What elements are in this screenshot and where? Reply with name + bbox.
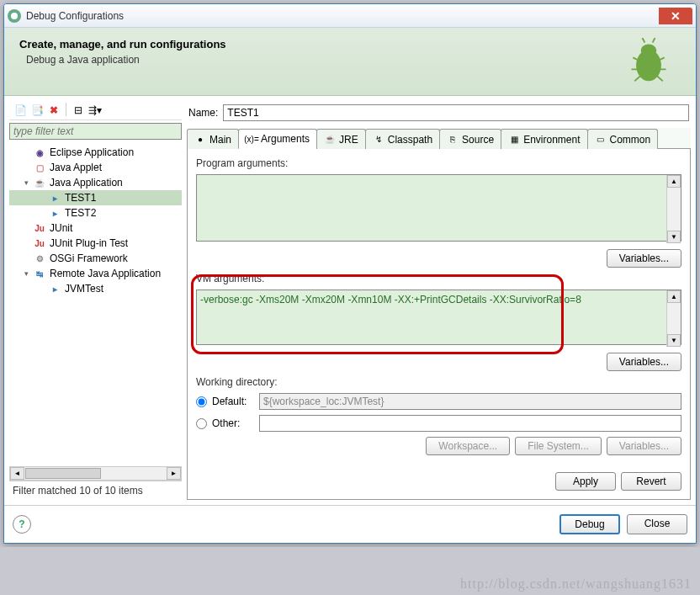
program-args-variables-button[interactable]: Variables...: [607, 249, 681, 268]
help-icon[interactable]: ?: [13, 515, 31, 534]
titlebar[interactable]: Debug Configurations ✕: [4, 4, 696, 28]
tab-arguments[interactable]: (x)=Arguments: [238, 129, 317, 149]
tab-main[interactable]: ●Main: [187, 129, 239, 149]
titlebar-text: Debug Configurations: [26, 10, 659, 22]
tree-item-junit[interactable]: JuJUnit: [9, 220, 182, 236]
header-subtitle: Debug a Java application: [26, 54, 625, 66]
workdir-default-radio[interactable]: [196, 396, 207, 407]
vm-args-textarea[interactable]: -verbose:gc -Xms20M -Xmx20M -Xmn10M -XX:…: [196, 290, 681, 345]
tab-icon-environment: ▦: [508, 134, 520, 146]
duplicate-icon[interactable]: 📑: [29, 103, 45, 118]
workdir-other-label: Other:: [212, 417, 254, 429]
tab-common[interactable]: ▭Common: [587, 129, 659, 149]
tree-item-java-applet[interactable]: ▢Java Applet: [9, 160, 182, 175]
program-args-textarea[interactable]: [196, 174, 681, 242]
name-label: Name:: [188, 107, 218, 119]
tab-source[interactable]: ⎘Source: [439, 129, 501, 149]
tree-item-junit-plug-in-test[interactable]: JuJUnit Plug-in Test: [9, 236, 182, 251]
tab-classpath[interactable]: ↯Classpath: [365, 129, 440, 149]
left-toolbar: 📄 📑 ✖ ⊟ ⇶▾: [9, 101, 182, 120]
tab-icon-main: ●: [194, 134, 206, 146]
bug-icon: [625, 38, 672, 85]
tab-icon-common: ▭: [595, 134, 607, 146]
tree-item-remote-java-application[interactable]: ▾↹Remote Java Application: [9, 266, 182, 281]
file-system-button[interactable]: File System...: [515, 437, 602, 455]
workdir-default-input: [259, 393, 681, 410]
scroll-thumb[interactable]: [25, 468, 101, 479]
name-input[interactable]: [223, 104, 689, 121]
variables-button[interactable]: Variables...: [607, 437, 681, 455]
tree-item-java-application[interactable]: ▾☕Java Application: [9, 175, 182, 190]
footer: ? Debug Close: [4, 505, 696, 543]
header-title: Create, manage, and run configurations: [19, 38, 625, 50]
new-config-icon[interactable]: 📄: [13, 103, 28, 118]
svg-point-1: [641, 44, 657, 56]
svg-line-8: [643, 38, 645, 43]
separator: [66, 103, 66, 116]
svg-line-9: [653, 38, 655, 43]
arguments-tab-content: Program arguments: ▲▼ Variables... VM ar…: [187, 149, 691, 500]
vm-args-label: VM arguments:: [196, 273, 681, 284]
collapse-icon[interactable]: ⊟: [71, 103, 86, 118]
svg-line-7: [656, 76, 662, 82]
vm-args-variables-button[interactable]: Variables...: [607, 353, 681, 371]
revert-button[interactable]: Revert: [621, 472, 681, 491]
app-icon: [8, 9, 21, 23]
horizontal-scrollbar[interactable]: ◄ ►: [9, 466, 182, 481]
tree-item-jvmtest[interactable]: ▸JVMTest: [9, 281, 182, 296]
workspace-button[interactable]: Workspace...: [426, 437, 510, 455]
vm-args-scrollbar[interactable]: ▲▼: [666, 290, 681, 347]
tab-jre[interactable]: ☕JRE: [316, 129, 366, 149]
tree-item-eclipse-application[interactable]: ◉Eclipse Application: [9, 145, 182, 160]
program-args-scrollbar[interactable]: ▲▼: [666, 175, 681, 243]
workdir-default-label: Default:: [212, 396, 254, 407]
tree-item-osgi-framework[interactable]: ⚙OSGi Framework: [9, 251, 182, 266]
filter-input[interactable]: [9, 123, 182, 140]
tab-icon-classpath: ↯: [373, 134, 384, 146]
tree-item-test2[interactable]: ▸TEST2: [9, 205, 182, 220]
tab-environment[interactable]: ▦Environment: [501, 129, 587, 149]
tab-icon-arguments: (x)=: [246, 133, 257, 145]
dialog-window: Debug Configurations ✕ Create, manage, a…: [3, 3, 697, 544]
scroll-left-icon[interactable]: ◄: [10, 467, 24, 480]
scroll-right-icon[interactable]: ►: [167, 467, 181, 480]
right-pane: Name: ●Main(x)=Arguments☕JRE↯Classpath⎘S…: [187, 101, 691, 500]
filter-icon[interactable]: ⇶▾: [88, 103, 103, 118]
filter-status: Filter matched 10 of 10 items: [9, 481, 182, 500]
workdir-other-input[interactable]: [259, 415, 681, 432]
workdir-label: Working directory:: [196, 376, 681, 388]
program-args-label: Program arguments:: [196, 157, 681, 169]
tab-icon-source: ⎘: [447, 134, 459, 146]
svg-line-6: [634, 76, 640, 82]
workdir-other-radio[interactable]: [196, 418, 207, 429]
header: Create, manage, and run configurations D…: [4, 28, 696, 96]
apply-button[interactable]: Apply: [555, 472, 616, 491]
left-pane: 📄 📑 ✖ ⊟ ⇶▾ ◉Eclipse Application▢Java App…: [9, 101, 182, 500]
debug-button[interactable]: Debug: [559, 514, 620, 534]
tab-bar: ●Main(x)=Arguments☕JRE↯Classpath⎘Source▦…: [187, 128, 691, 149]
config-tree[interactable]: ◉Eclipse Application▢Java Applet▾☕Java A…: [9, 143, 182, 465]
close-icon[interactable]: ✕: [659, 8, 692, 24]
tree-item-test1[interactable]: ▸TEST1: [9, 190, 182, 205]
delete-icon[interactable]: ✖: [46, 103, 61, 118]
tab-icon-jre: ☕: [324, 134, 336, 146]
close-button[interactable]: Close: [627, 514, 687, 534]
